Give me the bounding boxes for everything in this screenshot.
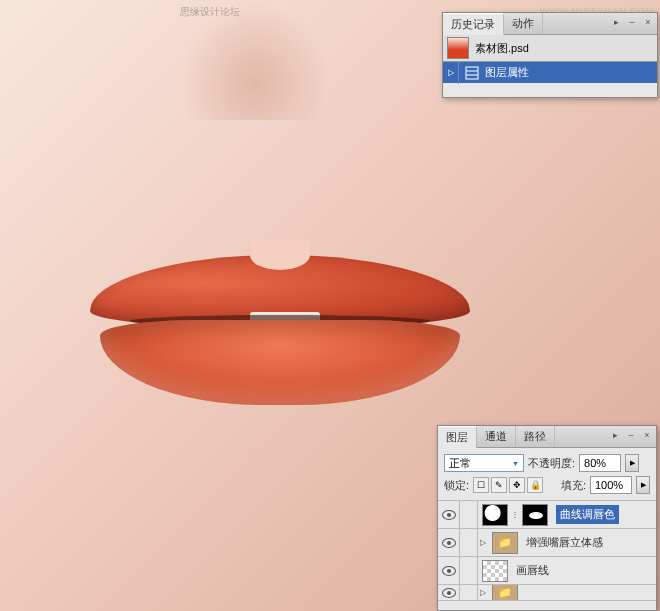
link-column[interactable] [460,585,478,601]
lock-position-icon[interactable]: ✥ [509,477,525,493]
link-column[interactable] [460,501,478,529]
tab-actions[interactable]: 动作 [504,13,543,34]
fill-flyout-icon[interactable]: ▶ [636,476,650,494]
layers-list: ⋮ 曲线调唇色 ▷ 📁 增强嘴唇立体感 画唇线 ▷ [438,501,656,601]
fill-value: 100% [595,479,623,491]
layer-name: 曲线调唇色 [556,505,619,524]
svg-rect-0 [466,67,478,79]
panel-close-icon[interactable]: × [640,428,654,442]
image-nose-region [180,0,330,120]
blend-mode-select[interactable]: 正常 ▼ [444,454,524,472]
history-body: 素材图.psd ▷ 图层属性 [443,35,657,83]
layer-row[interactable]: 画唇线 [438,557,656,585]
layer-name: 增强嘴唇立体感 [526,535,603,550]
eye-icon [442,566,456,576]
fill-label: 填充: [561,478,586,493]
tab-channels[interactable]: 通道 [477,426,516,447]
panel-minimize-icon[interactable]: – [624,428,638,442]
tab-history[interactable]: 历史记录 [443,13,504,35]
document-name: 素材图.psd [475,41,529,56]
lock-transparency-icon[interactable]: ☐ [473,477,489,493]
panel-menu-icon[interactable]: ▸ [609,15,623,29]
chevron-down-icon: ▼ [512,460,519,467]
link-column[interactable] [460,557,478,585]
layer-name: 画唇线 [516,563,549,578]
lock-all-icon[interactable]: 🔒 [527,477,543,493]
visibility-toggle[interactable] [438,529,460,557]
lock-icons-group: ☐ ✎ ✥ 🔒 [473,477,543,493]
layers-panel-tabs: 图层 通道 路径 ▸ – × [438,426,656,448]
opacity-value: 80% [584,457,606,469]
layer-row[interactable]: ⋮ 曲线调唇色 [438,501,656,529]
panel-close-icon[interactable]: × [641,15,655,29]
document-thumbnail-icon [447,37,469,59]
tab-paths[interactable]: 路径 [516,426,555,447]
group-thumb-icon: 📁 [492,532,518,554]
opacity-flyout-icon[interactable]: ▶ [625,454,639,472]
eye-icon [442,538,456,548]
opacity-input[interactable]: 80% [579,454,621,472]
visibility-toggle[interactable] [438,557,460,585]
layers-options: 正常 ▼ 不透明度: 80% ▶ 锁定: ☐ ✎ ✥ 🔒 填充: 100% ▶ [438,448,656,501]
history-panel: 历史记录 动作 ▸ – × 素材图.psd ▷ 图层属性 [442,12,658,98]
visibility-toggle[interactable] [438,501,460,529]
group-thumb-icon: 📁 [492,585,518,601]
panel-menu-icon[interactable]: ▸ [608,428,622,442]
adjustment-thumb-icon [482,504,508,526]
eye-icon [442,588,456,598]
layers-panel: 图层 通道 路径 ▸ – × 正常 ▼ 不透明度: 80% ▶ 锁定: ☐ ✎ … [437,425,657,611]
layer-thumb-icon [482,560,508,582]
group-fold-icon[interactable]: ▷ [478,538,488,547]
mask-thumb-icon [522,504,548,526]
mask-link-icon[interactable]: ⋮ [511,510,519,519]
layer-row[interactable]: ▷ 📁 增强嘴唇立体感 [438,529,656,557]
history-panel-tabs: 历史记录 动作 ▸ – × [443,13,657,35]
tab-layers[interactable]: 图层 [438,426,477,448]
history-document-row[interactable]: 素材图.psd [443,35,657,61]
blend-mode-value: 正常 [449,456,471,471]
visibility-toggle[interactable] [438,585,460,601]
lock-pixels-icon[interactable]: ✎ [491,477,507,493]
layer-row[interactable]: ▷ 📁 [438,585,656,601]
lock-label: 锁定: [444,478,469,493]
history-step-label: 图层属性 [485,65,529,80]
opacity-label: 不透明度: [528,456,575,471]
eye-icon [442,510,456,520]
group-fold-icon[interactable]: ▷ [478,588,488,597]
history-step-row[interactable]: ▷ 图层属性 [443,61,657,83]
fill-input[interactable]: 100% [590,476,632,494]
panel-minimize-icon[interactable]: – [625,15,639,29]
history-toggle-icon[interactable]: ▷ [443,62,459,84]
layer-properties-icon [463,64,481,82]
image-lips-region [70,220,490,420]
link-column[interactable] [460,529,478,557]
